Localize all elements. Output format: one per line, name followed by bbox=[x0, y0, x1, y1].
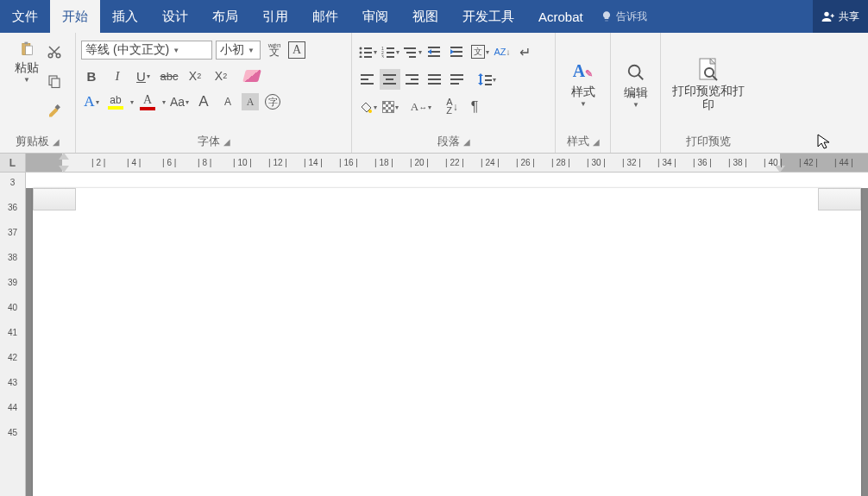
svg-rect-43 bbox=[450, 78, 463, 80]
numbering-button[interactable]: 123▾ bbox=[380, 41, 400, 62]
justify-button[interactable] bbox=[425, 69, 445, 90]
align-center-icon bbox=[383, 74, 397, 85]
format-painter-button[interactable] bbox=[44, 100, 65, 121]
copy-button[interactable] bbox=[44, 71, 65, 91]
bold-button[interactable]: B bbox=[81, 66, 102, 86]
underline-button[interactable]: U▾ bbox=[133, 66, 154, 86]
subscript-button[interactable]: X2 bbox=[185, 66, 205, 86]
tab-file[interactable]: 文件 bbox=[0, 0, 50, 33]
clipboard-group-label: 剪贴板 bbox=[16, 134, 49, 149]
hanging-indent-marker[interactable] bbox=[59, 166, 69, 173]
editing-label: 编辑 bbox=[624, 85, 648, 101]
brush-icon bbox=[47, 103, 62, 118]
tab-review[interactable]: 审阅 bbox=[350, 0, 400, 33]
paste-button[interactable]: 粘贴 ▼ bbox=[11, 36, 42, 85]
distributed-button[interactable] bbox=[447, 69, 468, 90]
superscript-button[interactable]: X2 bbox=[211, 66, 231, 86]
svg-rect-20 bbox=[387, 56, 394, 58]
tab-devtools[interactable]: 开发工具 bbox=[450, 0, 526, 33]
svg-rect-31 bbox=[361, 78, 368, 80]
eraser-button[interactable] bbox=[242, 66, 262, 86]
justify-icon bbox=[428, 74, 442, 85]
multilevel-button[interactable]: ▾ bbox=[402, 41, 423, 62]
print-preview-label: 打印预览和打印 bbox=[670, 85, 747, 111]
document-area[interactable] bbox=[26, 173, 868, 496]
tab-references[interactable]: 引用 bbox=[250, 0, 300, 33]
menu-bar: 文件 开始 插入 设计 布局 引用 邮件 审阅 视图 开发工具 Acrobat … bbox=[0, 0, 868, 33]
tell-me[interactable]: 告诉我 bbox=[601, 0, 647, 33]
person-icon bbox=[821, 9, 835, 23]
svg-rect-38 bbox=[406, 83, 418, 85]
phonetic-guide-button[interactable]: wén文 bbox=[264, 40, 285, 60]
svg-rect-35 bbox=[383, 83, 396, 85]
text-effects-button[interactable]: A▾ bbox=[81, 91, 102, 112]
svg-point-48 bbox=[368, 110, 372, 113]
italic-button[interactable]: I bbox=[107, 66, 128, 86]
show-formatting-button[interactable]: ¶ bbox=[464, 97, 485, 117]
svg-point-11 bbox=[359, 52, 362, 54]
lightbulb-icon bbox=[601, 10, 613, 22]
tab-design[interactable]: 设计 bbox=[150, 0, 200, 33]
styles-label: 样式 bbox=[571, 85, 595, 100]
grow-font-button[interactable]: A bbox=[193, 91, 214, 112]
text-direction-button[interactable]: A↔▾ bbox=[411, 97, 431, 117]
svg-text:3: 3 bbox=[381, 54, 384, 58]
align-center-button[interactable] bbox=[380, 69, 400, 90]
svg-rect-42 bbox=[450, 74, 463, 76]
svg-rect-37 bbox=[411, 78, 418, 80]
document-page[interactable] bbox=[33, 188, 861, 496]
tab-insert[interactable]: 插入 bbox=[100, 0, 150, 33]
clipboard-icon bbox=[19, 41, 35, 57]
horizontal-ruler[interactable]: L | 2 || 4 || 6 || 8 || 10 || 12 || 14 |… bbox=[0, 154, 868, 173]
svg-rect-3 bbox=[25, 46, 32, 54]
tab-mailings[interactable]: 邮件 bbox=[300, 0, 350, 33]
sort-az-button[interactable]: AZ↓ bbox=[442, 97, 462, 117]
clipboard-launcher[interactable]: ◢ bbox=[53, 137, 60, 147]
align-right-button[interactable] bbox=[402, 69, 423, 90]
change-case-button[interactable]: Aa▾ bbox=[169, 91, 190, 112]
tab-acrobat[interactable]: Acrobat bbox=[526, 0, 595, 33]
strikethrough-button[interactable]: abc bbox=[159, 66, 179, 86]
bullets-button[interactable]: ▾ bbox=[357, 41, 378, 62]
first-line-indent-marker[interactable] bbox=[59, 153, 69, 160]
print-preview-button[interactable]: 打印预览和打印 bbox=[666, 55, 751, 113]
char-border-button[interactable]: A bbox=[288, 41, 305, 59]
sort-button[interactable]: AZ↓ bbox=[492, 41, 513, 62]
align-left-button[interactable] bbox=[357, 69, 378, 90]
font-color-swatch bbox=[140, 107, 155, 110]
tab-view[interactable]: 视图 bbox=[400, 0, 450, 33]
increase-indent-button[interactable] bbox=[447, 41, 468, 62]
shrink-font-button[interactable]: A bbox=[217, 91, 238, 112]
ribbon: 粘贴 ▼ 剪贴板◢ 等线 (中文正文)▼ 小初▼ wén文 A B I bbox=[0, 33, 868, 154]
svg-rect-16 bbox=[387, 47, 394, 49]
vertical-ruler[interactable]: 336373839404142434445 bbox=[0, 173, 26, 496]
font-size-combo[interactable]: 小初▼ bbox=[216, 41, 261, 60]
tab-home[interactable]: 开始 bbox=[50, 0, 100, 33]
styles-launcher[interactable]: ◢ bbox=[593, 137, 600, 147]
font-launcher[interactable]: ◢ bbox=[223, 137, 230, 147]
char-shading-button[interactable]: A bbox=[242, 93, 259, 110]
styles-button[interactable]: A✎ 样式 ▼ bbox=[568, 60, 599, 110]
editing-button[interactable]: 编辑 ▼ bbox=[620, 61, 651, 110]
copy-icon bbox=[47, 73, 62, 89]
borders-button[interactable]: ▾ bbox=[380, 97, 400, 117]
svg-rect-29 bbox=[450, 55, 462, 57]
paragraph-group-label: 段落 bbox=[437, 134, 460, 149]
search-icon bbox=[626, 63, 645, 82]
font-color-button[interactable]: A bbox=[137, 91, 158, 112]
group-clipboard: 粘贴 ▼ 剪贴板◢ bbox=[0, 33, 76, 153]
tab-layout[interactable]: 布局 bbox=[200, 0, 250, 33]
shading-button[interactable]: ▾ bbox=[357, 97, 378, 117]
paragraph-launcher[interactable]: ◢ bbox=[463, 137, 470, 147]
asian-layout-button[interactable]: 文▾ bbox=[469, 41, 490, 62]
line-spacing-button[interactable]: ▾ bbox=[476, 69, 497, 90]
show-marks-button[interactable]: ↵ bbox=[514, 41, 535, 62]
share-button[interactable]: 共享 bbox=[813, 0, 868, 33]
cut-button[interactable] bbox=[44, 41, 65, 62]
decrease-indent-button[interactable] bbox=[425, 41, 445, 62]
highlight-button[interactable]: ab bbox=[105, 91, 126, 112]
svg-rect-10 bbox=[364, 47, 372, 49]
borders-icon bbox=[382, 101, 394, 113]
enclose-char-button[interactable]: 字 bbox=[262, 91, 283, 112]
font-name-combo[interactable]: 等线 (中文正文)▼ bbox=[81, 41, 212, 60]
